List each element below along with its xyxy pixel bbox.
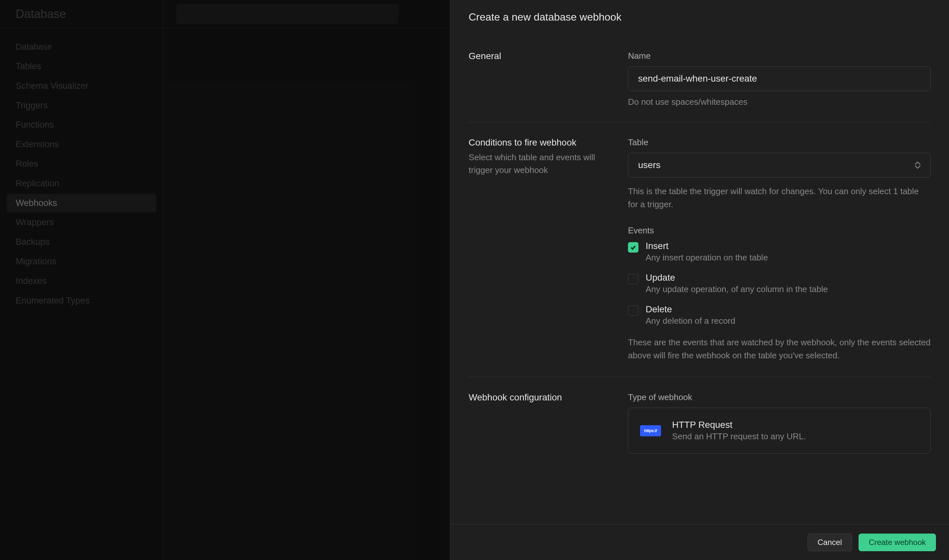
sidebar-item-label: Backups [16,237,49,247]
events-helper: These are the events that are watched by… [628,336,931,362]
field-webhook-type: Type of webhook https:// HTTP Request Se… [628,392,931,454]
sidebar-item-label: Functions [16,120,54,129]
event-delete-title: Delete [646,304,735,315]
type-label: Type of webhook [628,392,931,402]
event-update-desc: Any update operation, of any column in t… [646,284,828,294]
event-insert-desc: Any insert operation on the table [646,252,768,263]
sidebar-item-functions[interactable]: Functions [6,115,156,134]
modal-footer: Cancel Create webhook [451,524,949,560]
sidebar-item-label: Enumerated Types [16,296,89,305]
sidebar-item-extensions[interactable]: Extensions [6,135,156,154]
name-label: Name [628,51,931,61]
sidebar-item-roles[interactable]: Roles [6,155,156,174]
sidebar-item-label: Webhooks [16,198,57,208]
section-heading-conditions: Conditions to fire webhook [469,137,612,148]
search-input[interactable] [176,4,398,24]
type-title: HTTP Request [672,420,806,430]
sidebar-item-wrappers[interactable]: Wrappers [6,213,156,232]
sidebar-group-label: Database [6,40,156,57]
sidebar-item-schema-visualizer[interactable]: Schema Visualizer [6,77,156,95]
sidebar-item-label: Triggers [16,100,48,110]
sidebar-item-triggers[interactable]: Triggers [6,96,156,115]
type-desc: Send an HTTP request to any URL. [672,431,806,442]
field-name: Name Do not use spaces/whitespaces [628,51,931,107]
create-webhook-button-label: Create webhook [869,538,926,547]
sidebar-title: Database [16,7,66,21]
modal-header: Create a new database webhook [451,0,949,35]
sidebar-item-label: Indexes [16,276,47,286]
table-label: Table [628,137,931,148]
event-row-update: Update Any update operation, of any colu… [628,272,931,294]
webhook-type-card[interactable]: https:// HTTP Request Send an HTTP reque… [628,408,931,454]
sidebar-nav: Database Tables Schema Visualizer Trigge… [0,28,163,322]
create-webhook-button[interactable]: Create webhook [858,534,936,551]
modal-body[interactable]: General Name Do not use spaces/whitespac… [451,35,949,524]
section-conditions: Conditions to fire webhook Select which … [469,122,931,377]
sidebar-header: Database [0,0,163,28]
sidebar-item-label: Tables [16,62,41,71]
field-events: Events Insert Any insert operation on th… [628,226,931,362]
sidebar-item-label: Roles [16,159,38,169]
sidebar: Database Database Tables Schema Visualiz… [0,0,163,560]
table-helper: This is the table the trigger will watch… [628,185,931,211]
sidebar-item-label: Extensions [16,139,59,149]
sidebar-item-label: Wrappers [16,217,54,227]
sidebar-item-backups[interactable]: Backups [6,233,156,252]
check-icon [630,244,636,251]
sidebar-item-indexes[interactable]: Indexes [6,272,156,291]
create-webhook-modal: Create a new database webhook General Na… [450,0,949,560]
table-select-value: users [638,160,660,170]
section-config: Webhook configuration Type of webhook ht… [469,377,931,457]
section-heading-general: General [469,51,612,62]
sidebar-item-label: Replication [16,178,59,188]
event-delete-desc: Any deletion of a record [646,316,735,326]
table-select[interactable]: users [628,153,931,177]
cancel-button[interactable]: Cancel [808,534,852,551]
sidebar-item-migrations[interactable]: Migrations [6,252,156,271]
section-heading-config: Webhook configuration [469,392,612,403]
event-update-title: Update [646,272,828,283]
event-delete-checkbox[interactable] [628,305,639,316]
event-update-checkbox[interactable] [628,274,639,284]
http-badge-icon: https:// [640,425,661,436]
event-row-delete: Delete Any deletion of a record [628,304,931,326]
event-row-insert: Insert Any insert operation on the table [628,241,931,263]
field-table: Table users This is the table the trigge… [628,137,931,211]
sidebar-item-label: Schema Visualizer [16,81,88,91]
name-helper: Do not use spaces/whitespaces [628,97,931,107]
sidebar-item-label: Migrations [16,257,57,266]
event-insert-checkbox[interactable] [628,242,639,252]
chevron-up-down-icon [915,162,921,169]
name-input[interactable] [628,66,931,91]
sidebar-item-replication[interactable]: Replication [6,174,156,193]
sidebar-item-enumerated-types[interactable]: Enumerated Types [6,291,156,310]
event-insert-title: Insert [646,241,768,251]
modal-title: Create a new database webhook [469,11,931,23]
sidebar-item-tables[interactable]: Tables [6,57,156,76]
section-sub-conditions: Select which table and events will trigg… [469,151,606,177]
cancel-button-label: Cancel [818,538,842,547]
events-label: Events [628,226,931,235]
section-general: General Name Do not use spaces/whitespac… [469,45,931,122]
sidebar-item-webhooks[interactable]: Webhooks [6,194,156,213]
